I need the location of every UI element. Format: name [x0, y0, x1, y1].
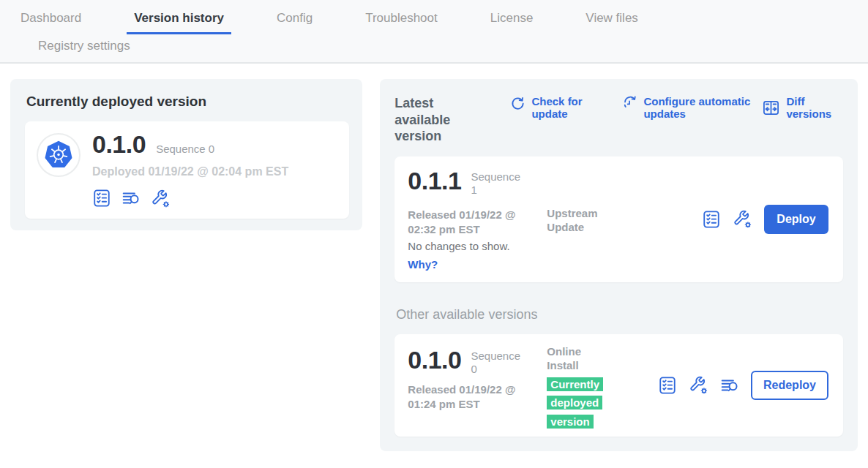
top-nav: Dashboard Version history Config Trouble… [0, 0, 868, 64]
currently-deployed-badge-wrap: Currently deployed version [547, 375, 610, 431]
other-version-card: 0.1.0 Sequence 0 Online Install Currentl… [394, 334, 843, 437]
currently-deployed-badge: Currently deployed version [547, 377, 603, 429]
tab-registry-settings[interactable]: Registry settings [31, 34, 138, 62]
nav-row-1: Dashboard Version history Config Trouble… [13, 0, 868, 34]
deployed-card-body: 0.1.0 Sequence 0 Deployed 01/19/22 @ 02:… [92, 132, 288, 208]
schedule-update-icon [622, 96, 637, 121]
version-number: 0.1.1 [408, 168, 461, 195]
version-action-icons [92, 189, 288, 208]
kubernetes-logo [37, 133, 81, 177]
updates-header: Latest available version Check for updat… [394, 95, 843, 145]
version-row: 0.1.0 Sequence 0 [92, 132, 288, 158]
main-content: Currently deployed version [0, 64, 868, 451]
upstream-source-label: Upstream Update [547, 206, 635, 235]
refresh-icon [510, 96, 525, 121]
redeploy-button[interactable]: Redeploy [751, 371, 828, 400]
other-versions-title: Other available versions [396, 307, 843, 322]
view-logs-icon[interactable] [720, 376, 739, 395]
diff-versions-link[interactable]: Diff versions [762, 95, 843, 121]
nav-row-2: Registry settings [13, 34, 868, 62]
check-for-update-link[interactable]: Check for update [510, 95, 591, 121]
currently-deployed-title: Currently deployed version [26, 94, 349, 110]
why-link[interactable]: Why? [408, 258, 438, 271]
view-logs-icon[interactable] [121, 189, 141, 208]
sequence-label: Sequence 0 [471, 347, 528, 376]
tab-version-history[interactable]: Version history [127, 0, 231, 34]
tab-view-files[interactable]: View files [578, 0, 646, 34]
preflight-checks-icon[interactable] [92, 189, 111, 208]
available-updates-panel: Latest available version Check for updat… [380, 79, 858, 451]
version-number: 0.1.0 [408, 347, 461, 374]
latest-version-card: 0.1.1 Sequence 1 Released 01/19/22 @ 02:… [394, 156, 843, 282]
edit-config-icon[interactable] [151, 189, 171, 208]
edit-config-icon[interactable] [689, 375, 708, 395]
preflight-checks-icon[interactable] [702, 210, 721, 229]
version-row: 0.1.1 Sequence 1 [408, 168, 528, 197]
release-timestamp: Released 01/19/22 @ 01:24 pm EST [408, 382, 538, 412]
tab-troubleshoot[interactable]: Troubleshoot [358, 0, 445, 34]
version-row: 0.1.0 Sequence 0 [408, 347, 528, 376]
other-card-actions: Redeploy [658, 371, 828, 400]
release-timestamp: Released 01/19/22 @ 02:32 pm EST [408, 208, 538, 238]
tab-config[interactable]: Config [269, 0, 320, 34]
preflight-checks-icon[interactable] [658, 376, 677, 395]
no-changes-text: No changes to show. [408, 240, 509, 252]
latest-available-title: Latest available version [394, 95, 491, 145]
diff-versions-icon [762, 99, 780, 117]
currently-deployed-card: 0.1.0 Sequence 0 Deployed 01/19/22 @ 02:… [25, 121, 349, 219]
version-number: 0.1.0 [92, 132, 146, 158]
currently-deployed-panel: Currently deployed version [10, 79, 362, 230]
configure-updates-link[interactable]: Configure automatic updates [622, 95, 762, 121]
sequence-label: Sequence 1 [471, 168, 528, 197]
tab-license[interactable]: License [483, 0, 541, 34]
latest-card-actions: Deploy [702, 205, 828, 234]
edit-config-icon[interactable] [733, 209, 752, 229]
deploy-button[interactable]: Deploy [764, 205, 828, 234]
tab-dashboard[interactable]: Dashboard [13, 0, 89, 34]
deployed-timestamp: Deployed 01/19/22 @ 02:04 pm EST [92, 165, 288, 178]
sequence-label: Sequence 0 [156, 143, 214, 155]
online-install-label: Online Install [547, 344, 598, 373]
